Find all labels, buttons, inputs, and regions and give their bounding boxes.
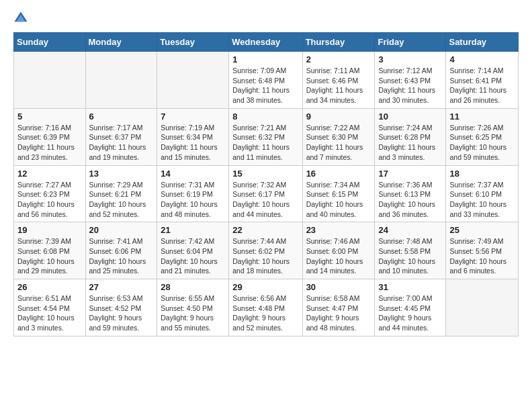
day-info: Sunrise: 7:12 AM Sunset: 6:43 PM Dayligh… bbox=[378, 66, 442, 105]
calendar-cell: 26Sunrise: 6:51 AM Sunset: 4:54 PM Dayli… bbox=[14, 279, 86, 336]
day-info: Sunrise: 7:48 AM Sunset: 5:58 PM Dayligh… bbox=[378, 236, 442, 276]
weekday-header-tuesday: Tuesday bbox=[157, 33, 229, 52]
day-info: Sunrise: 6:51 AM Sunset: 4:54 PM Dayligh… bbox=[17, 293, 82, 333]
day-number: 29 bbox=[232, 282, 298, 292]
day-info: Sunrise: 7:31 AM Sunset: 6:19 PM Dayligh… bbox=[161, 180, 225, 220]
day-info: Sunrise: 7:22 AM Sunset: 6:30 PM Dayligh… bbox=[306, 123, 371, 163]
weekday-header-sunday: Sunday bbox=[14, 33, 86, 52]
day-info: Sunrise: 6:58 AM Sunset: 4:47 PM Dayligh… bbox=[306, 293, 371, 333]
day-number: 12 bbox=[17, 169, 82, 179]
day-number: 22 bbox=[232, 225, 298, 235]
day-number: 24 bbox=[378, 225, 442, 235]
day-info: Sunrise: 7:00 AM Sunset: 4:45 PM Dayligh… bbox=[378, 293, 442, 333]
calendar-cell: 12Sunrise: 7:27 AM Sunset: 6:23 PM Dayli… bbox=[14, 165, 86, 222]
day-number: 19 bbox=[17, 225, 82, 235]
day-info: Sunrise: 7:17 AM Sunset: 6:37 PM Dayligh… bbox=[89, 123, 154, 163]
calendar-cell: 6Sunrise: 7:17 AM Sunset: 6:37 PM Daylig… bbox=[85, 108, 157, 165]
day-number: 26 bbox=[17, 282, 82, 292]
day-number: 14 bbox=[161, 169, 225, 179]
day-number: 30 bbox=[306, 282, 371, 292]
day-info: Sunrise: 6:55 AM Sunset: 4:50 PM Dayligh… bbox=[161, 293, 225, 333]
calendar-cell: 25Sunrise: 7:49 AM Sunset: 5:56 PM Dayli… bbox=[446, 222, 519, 279]
calendar-cell: 9Sunrise: 7:22 AM Sunset: 6:30 PM Daylig… bbox=[302, 108, 375, 165]
calendar-cell: 10Sunrise: 7:24 AM Sunset: 6:28 PM Dayli… bbox=[375, 108, 446, 165]
week-row-3: 12Sunrise: 7:27 AM Sunset: 6:23 PM Dayli… bbox=[14, 165, 519, 222]
day-info: Sunrise: 7:21 AM Sunset: 6:32 PM Dayligh… bbox=[232, 123, 298, 163]
day-info: Sunrise: 7:39 AM Sunset: 6:08 PM Dayligh… bbox=[17, 236, 82, 276]
calendar-cell: 22Sunrise: 7:44 AM Sunset: 6:02 PM Dayli… bbox=[229, 222, 302, 279]
calendar-table: SundayMondayTuesdayWednesdayThursdayFrid… bbox=[13, 32, 519, 336]
day-info: Sunrise: 7:36 AM Sunset: 6:13 PM Dayligh… bbox=[378, 180, 442, 220]
weekday-header-saturday: Saturday bbox=[446, 33, 519, 52]
calendar-cell: 23Sunrise: 7:46 AM Sunset: 6:00 PM Dayli… bbox=[302, 222, 375, 279]
calendar-cell bbox=[14, 52, 86, 109]
calendar-cell bbox=[157, 52, 229, 109]
day-number: 4 bbox=[449, 54, 515, 64]
day-number: 25 bbox=[449, 225, 515, 235]
day-number: 27 bbox=[89, 282, 154, 292]
calendar-cell: 29Sunrise: 6:56 AM Sunset: 4:48 PM Dayli… bbox=[229, 279, 302, 336]
day-number: 21 bbox=[161, 225, 225, 235]
calendar-cell: 5Sunrise: 7:16 AM Sunset: 6:39 PM Daylig… bbox=[14, 108, 86, 165]
day-number: 7 bbox=[161, 111, 225, 122]
day-info: Sunrise: 7:11 AM Sunset: 6:46 PM Dayligh… bbox=[306, 66, 371, 105]
calendar-cell: 19Sunrise: 7:39 AM Sunset: 6:08 PM Dayli… bbox=[14, 222, 86, 279]
day-info: Sunrise: 7:49 AM Sunset: 5:56 PM Dayligh… bbox=[449, 236, 515, 276]
day-number: 9 bbox=[306, 111, 371, 122]
header bbox=[13, 11, 519, 26]
calendar-cell: 4Sunrise: 7:14 AM Sunset: 6:41 PM Daylig… bbox=[446, 52, 519, 109]
week-row-5: 26Sunrise: 6:51 AM Sunset: 4:54 PM Dayli… bbox=[14, 279, 519, 336]
calendar-cell: 16Sunrise: 7:34 AM Sunset: 6:15 PM Dayli… bbox=[302, 165, 375, 222]
day-number: 28 bbox=[161, 282, 225, 292]
calendar-cell: 2Sunrise: 7:11 AM Sunset: 6:46 PM Daylig… bbox=[302, 52, 375, 109]
calendar-cell: 7Sunrise: 7:19 AM Sunset: 6:34 PM Daylig… bbox=[157, 108, 229, 165]
day-info: Sunrise: 7:24 AM Sunset: 6:28 PM Dayligh… bbox=[378, 123, 442, 163]
calendar-cell bbox=[85, 52, 157, 109]
weekday-header-friday: Friday bbox=[375, 33, 446, 52]
week-row-2: 5Sunrise: 7:16 AM Sunset: 6:39 PM Daylig… bbox=[14, 108, 519, 165]
day-info: Sunrise: 7:19 AM Sunset: 6:34 PM Dayligh… bbox=[161, 123, 225, 163]
calendar-cell: 11Sunrise: 7:26 AM Sunset: 6:25 PM Dayli… bbox=[446, 108, 519, 165]
day-number: 3 bbox=[378, 54, 442, 64]
calendar-cell: 28Sunrise: 6:55 AM Sunset: 4:50 PM Dayli… bbox=[157, 279, 229, 336]
day-number: 5 bbox=[17, 111, 82, 122]
weekday-header-wednesday: Wednesday bbox=[229, 33, 302, 52]
day-number: 1 bbox=[232, 54, 298, 64]
day-info: Sunrise: 7:41 AM Sunset: 6:06 PM Dayligh… bbox=[89, 236, 154, 276]
calendar-cell: 30Sunrise: 6:58 AM Sunset: 4:47 PM Dayli… bbox=[302, 279, 375, 336]
weekday-header-row: SundayMondayTuesdayWednesdayThursdayFrid… bbox=[14, 33, 519, 52]
day-number: 15 bbox=[232, 169, 298, 179]
calendar-cell: 8Sunrise: 7:21 AM Sunset: 6:32 PM Daylig… bbox=[229, 108, 302, 165]
calendar-cell: 15Sunrise: 7:32 AM Sunset: 6:17 PM Dayli… bbox=[229, 165, 302, 222]
day-info: Sunrise: 7:16 AM Sunset: 6:39 PM Dayligh… bbox=[17, 123, 82, 163]
day-number: 11 bbox=[449, 111, 515, 122]
day-number: 17 bbox=[378, 169, 442, 179]
calendar-cell: 17Sunrise: 7:36 AM Sunset: 6:13 PM Dayli… bbox=[375, 165, 446, 222]
day-info: Sunrise: 6:56 AM Sunset: 4:48 PM Dayligh… bbox=[232, 293, 298, 333]
calendar-cell: 31Sunrise: 7:00 AM Sunset: 4:45 PM Dayli… bbox=[375, 279, 446, 336]
calendar-cell: 21Sunrise: 7:42 AM Sunset: 6:04 PM Dayli… bbox=[157, 222, 229, 279]
day-info: Sunrise: 7:26 AM Sunset: 6:25 PM Dayligh… bbox=[449, 123, 515, 163]
day-number: 2 bbox=[306, 54, 371, 64]
day-number: 18 bbox=[449, 169, 515, 179]
calendar-cell: 20Sunrise: 7:41 AM Sunset: 6:06 PM Dayli… bbox=[85, 222, 157, 279]
day-info: Sunrise: 7:09 AM Sunset: 6:48 PM Dayligh… bbox=[232, 66, 298, 105]
calendar-cell: 18Sunrise: 7:37 AM Sunset: 6:10 PM Dayli… bbox=[446, 165, 519, 222]
day-info: Sunrise: 7:46 AM Sunset: 6:00 PM Dayligh… bbox=[306, 236, 371, 276]
day-number: 6 bbox=[89, 111, 154, 122]
day-number: 8 bbox=[232, 111, 298, 122]
page-container: SundayMondayTuesdayWednesdayThursdayFrid… bbox=[0, 0, 532, 345]
day-number: 16 bbox=[306, 169, 371, 179]
calendar-cell: 1Sunrise: 7:09 AM Sunset: 6:48 PM Daylig… bbox=[229, 52, 302, 109]
weekday-header-thursday: Thursday bbox=[302, 33, 375, 52]
day-info: Sunrise: 7:14 AM Sunset: 6:41 PM Dayligh… bbox=[449, 66, 515, 105]
day-info: Sunrise: 7:32 AM Sunset: 6:17 PM Dayligh… bbox=[232, 180, 298, 220]
calendar-cell bbox=[446, 279, 519, 336]
day-info: Sunrise: 7:34 AM Sunset: 6:15 PM Dayligh… bbox=[306, 180, 371, 220]
week-row-4: 19Sunrise: 7:39 AM Sunset: 6:08 PM Dayli… bbox=[14, 222, 519, 279]
week-row-1: 1Sunrise: 7:09 AM Sunset: 6:48 PM Daylig… bbox=[14, 52, 519, 109]
day-info: Sunrise: 7:29 AM Sunset: 6:21 PM Dayligh… bbox=[89, 180, 154, 220]
day-info: Sunrise: 7:42 AM Sunset: 6:04 PM Dayligh… bbox=[161, 236, 225, 276]
day-info: Sunrise: 7:27 AM Sunset: 6:23 PM Dayligh… bbox=[17, 180, 82, 220]
day-number: 23 bbox=[306, 225, 371, 235]
